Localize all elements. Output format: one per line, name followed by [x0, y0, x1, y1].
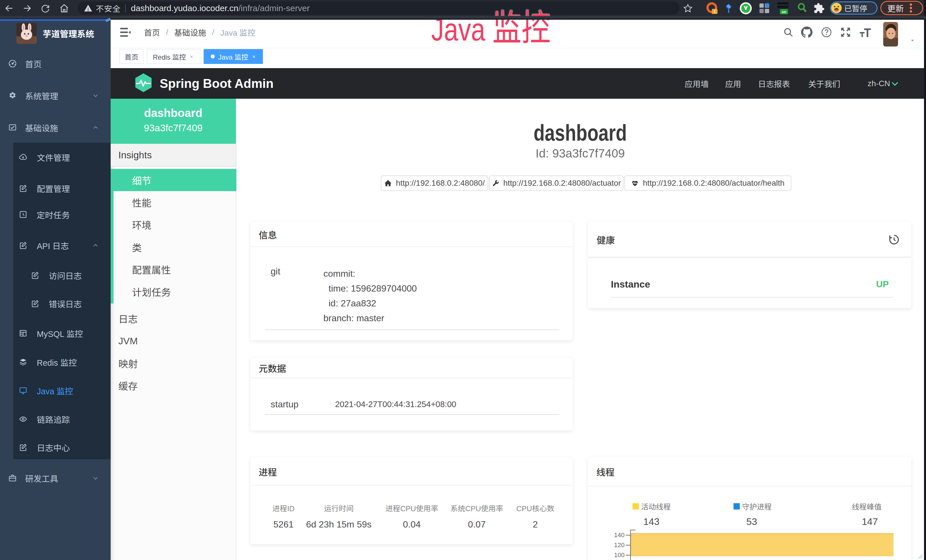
svg-text:1: 1 [714, 9, 716, 14]
svg-text:on: on [782, 10, 786, 14]
